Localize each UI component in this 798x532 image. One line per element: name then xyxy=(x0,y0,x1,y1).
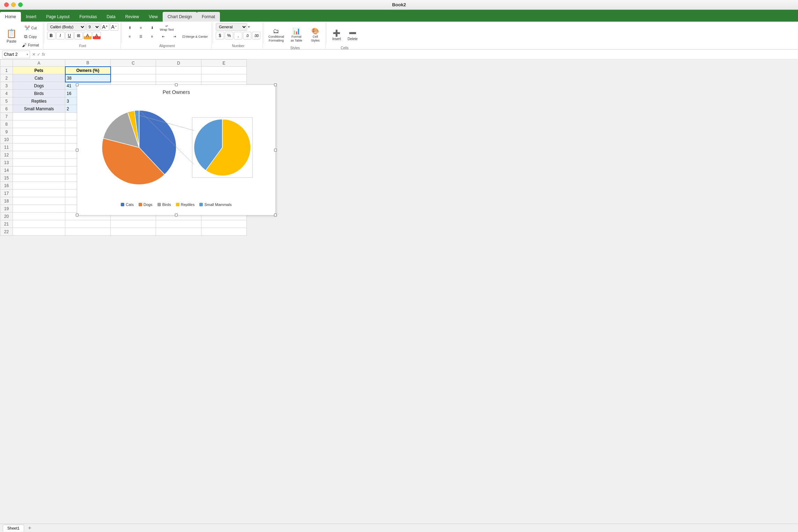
font-name-select[interactable]: Calibri (Body) xyxy=(47,23,86,31)
row-header-14[interactable]: 14 xyxy=(0,167,13,174)
align-left-button[interactable]: ≡ xyxy=(125,34,135,39)
increase-decimal-button[interactable]: .00 xyxy=(252,32,260,39)
cut-button[interactable]: ✂️ Cut xyxy=(20,24,41,32)
cell-A20[interactable] xyxy=(13,213,65,220)
tab-formulas[interactable]: Formulas xyxy=(74,12,102,22)
name-box-dropdown-icon[interactable]: ▾ xyxy=(27,53,28,56)
merge-center-button[interactable]: ⊡ Merge & Center xyxy=(180,34,210,39)
align-middle-button[interactable]: ≡ xyxy=(136,25,146,31)
cell-A14[interactable] xyxy=(13,167,65,174)
formula-input[interactable] xyxy=(47,52,796,57)
italic-button[interactable]: I xyxy=(56,32,65,39)
conditional-formatting-button[interactable]: 🗂 Conditional Formatting xyxy=(267,24,286,45)
row-header-11[interactable]: 11 xyxy=(0,143,13,151)
cell-D1[interactable] xyxy=(156,67,201,74)
sheet-tab-sheet1[interactable]: Sheet1 xyxy=(3,525,24,532)
row-header-15[interactable]: 15 xyxy=(0,174,13,182)
cell-A17[interactable] xyxy=(13,190,65,197)
resize-handle-tm[interactable] xyxy=(175,83,178,86)
underline-button[interactable]: U xyxy=(65,32,74,39)
cell-E1[interactable] xyxy=(201,67,247,74)
row-header-13[interactable]: 13 xyxy=(0,159,13,167)
delete-button[interactable]: ➖ Delete xyxy=(346,24,360,45)
cell-A3[interactable]: Dogs xyxy=(13,82,65,90)
cell-styles-button[interactable]: 🎨 Cell Styles xyxy=(307,24,323,45)
row-header-9[interactable]: 9 xyxy=(0,128,13,136)
col-header-c[interactable]: C xyxy=(111,60,156,67)
format-as-table-button[interactable]: 📊 Format as Table xyxy=(287,24,306,45)
row-header-1[interactable]: 1 xyxy=(0,67,13,74)
align-center-button[interactable]: ☰ xyxy=(136,34,146,39)
cell-A4[interactable]: Birds xyxy=(13,90,65,97)
row-header-7[interactable]: 7 xyxy=(0,113,13,120)
cell-A18[interactable] xyxy=(13,197,65,205)
wrap-text-button[interactable]: ↵ Wrap Text xyxy=(158,23,176,32)
row-header-21[interactable]: 21 xyxy=(0,220,13,228)
cell-A21[interactable] xyxy=(13,220,65,228)
col-header-e[interactable]: E xyxy=(201,60,247,67)
cell-A9[interactable] xyxy=(13,128,65,136)
cell-C1[interactable] xyxy=(111,67,156,74)
resize-handle-tr[interactable] xyxy=(274,83,277,86)
chart-container[interactable]: Pet Owners CatsDogsBirdsReptilesSmall Ma… xyxy=(77,84,276,215)
name-box[interactable]: Chart 2 ▾ xyxy=(2,51,30,58)
row-header-8[interactable]: 8 xyxy=(0,120,13,128)
minimize-button[interactable] xyxy=(11,2,16,7)
confirm-formula-icon[interactable]: ✓ xyxy=(37,52,40,57)
border-button[interactable]: ⊞ xyxy=(74,32,83,39)
cell-A5[interactable]: Reptiles xyxy=(13,97,65,105)
close-button[interactable] xyxy=(4,2,9,7)
col-header-a[interactable]: A xyxy=(13,60,65,67)
col-header-b[interactable]: B xyxy=(65,60,111,67)
cell-D21[interactable] xyxy=(156,220,201,228)
cell-A1[interactable]: Pets xyxy=(13,67,65,74)
copy-button[interactable]: ⧉ Copy xyxy=(20,33,41,40)
row-header-2[interactable]: 2 xyxy=(0,74,13,82)
row-header-3[interactable]: 3 xyxy=(0,82,13,90)
cell-E21[interactable] xyxy=(201,220,247,228)
cell-B1[interactable]: Owners (%) xyxy=(65,67,111,74)
cell-A6[interactable]: Small Mammals xyxy=(13,105,65,113)
tab-view[interactable]: View xyxy=(144,12,163,22)
font-color-button[interactable]: A xyxy=(93,32,101,39)
bold-button[interactable]: B xyxy=(47,32,56,39)
resize-handle-br[interactable] xyxy=(274,214,277,216)
cell-A15[interactable] xyxy=(13,174,65,182)
add-sheet-button[interactable]: ＋ xyxy=(25,524,35,532)
decrease-decimal-button[interactable]: .0 xyxy=(243,32,251,39)
number-format-select[interactable]: General xyxy=(216,23,247,31)
format-painter-button[interactable]: 🖌 Format xyxy=(20,42,41,49)
col-header-d[interactable]: D xyxy=(156,60,201,67)
number-format-dropdown[interactable]: ▾ xyxy=(248,24,250,29)
resize-handle-ml[interactable] xyxy=(76,149,79,152)
row-header-4[interactable]: 4 xyxy=(0,90,13,97)
tab-data[interactable]: Data xyxy=(102,12,120,22)
insert-button[interactable]: ➕ Insert xyxy=(330,24,343,45)
tab-page-layout[interactable]: Page Layout xyxy=(41,12,74,22)
tab-chart-design[interactable]: Chart Design xyxy=(163,12,197,22)
cell-A12[interactable] xyxy=(13,151,65,159)
tab-insert[interactable]: Insert xyxy=(21,12,41,22)
row-header-22[interactable]: 22 xyxy=(0,228,13,236)
currency-button[interactable]: $ xyxy=(216,32,224,39)
cell-A8[interactable] xyxy=(13,120,65,128)
align-right-button[interactable]: ≡ xyxy=(147,34,157,39)
increase-indent-button[interactable]: ⇥ xyxy=(169,34,180,39)
font-size-select[interactable]: 9 xyxy=(86,23,100,31)
tab-format[interactable]: Format xyxy=(197,12,220,22)
resize-handle-mr[interactable] xyxy=(274,149,277,152)
row-header-12[interactable]: 12 xyxy=(0,151,13,159)
cell-B21[interactable] xyxy=(65,220,111,228)
resize-handle-bm[interactable] xyxy=(175,214,178,216)
cell-A2[interactable]: Cats xyxy=(13,74,65,82)
resize-handle-tl[interactable] xyxy=(76,83,79,86)
comma-button[interactable]: , xyxy=(234,32,242,39)
row-header-18[interactable]: 18 xyxy=(0,197,13,205)
decrease-indent-button[interactable]: ⇤ xyxy=(158,34,169,39)
tab-home[interactable]: Home xyxy=(0,12,21,22)
row-header-16[interactable]: 16 xyxy=(0,182,13,190)
align-bottom-button[interactable]: ⬇ xyxy=(147,25,157,31)
row-header-17[interactable]: 17 xyxy=(0,190,13,197)
cell-A11[interactable] xyxy=(13,143,65,151)
cell-A10[interactable] xyxy=(13,136,65,143)
